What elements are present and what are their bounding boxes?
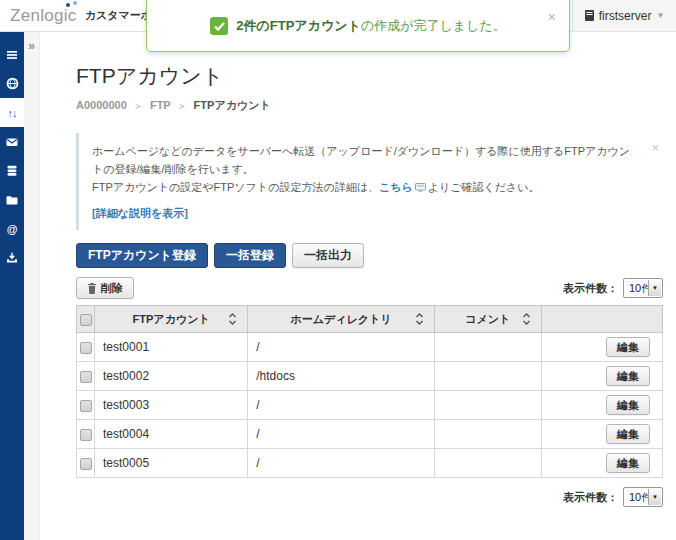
row-checkbox[interactable] xyxy=(80,400,92,412)
table-header-row: FTPアカウント ホームディレクトリ コメント xyxy=(77,306,663,333)
breadcrumb-current: FTPアカウント xyxy=(194,99,271,111)
cell-home-directory: /htdocs xyxy=(248,362,434,391)
detail-toggle-link[interactable]: [詳細な説明を表示] xyxy=(92,206,188,221)
edit-button[interactable]: 編集 xyxy=(606,366,650,386)
column-header-label: FTPアカウント xyxy=(133,313,210,325)
transfer-arrows-icon: ↑↓ xyxy=(8,107,17,119)
account-name: firstserver xyxy=(599,9,652,23)
select-arrow-icon: ▼ xyxy=(648,489,661,505)
at-icon: @ xyxy=(7,223,18,235)
cell-comment xyxy=(434,333,541,362)
app-window: Zenlogic カスタマーポータル firstserver ▼ 2件のFTPア… xyxy=(0,0,676,540)
edit-button[interactable]: 編集 xyxy=(606,424,650,444)
folder-icon xyxy=(6,194,18,206)
external-link-icon xyxy=(415,183,426,192)
success-toast: 2件のFTPアカウントの作成が完了しました。 × xyxy=(146,0,570,52)
select-arrow-icon: ▼ xyxy=(648,280,661,296)
table-row: test0001 / 編集 xyxy=(77,333,663,362)
info-line-1: ホームページなどのデータをサーバーへ転送（アップロード/ダウンロード）する際に使… xyxy=(92,142,633,178)
cell-home-directory: / xyxy=(248,449,434,478)
table-row: test0003 / 編集 xyxy=(77,391,663,420)
account-menu[interactable]: firstserver ▼ xyxy=(572,0,676,31)
sidebar-item-install[interactable] xyxy=(0,243,24,272)
delete-button[interactable]: 削除 xyxy=(76,277,134,299)
bulk-export-button[interactable]: 一括出力 xyxy=(292,243,364,268)
expand-sidebar-icon[interactable]: » xyxy=(28,39,35,53)
toast-message-highlight: 2件のFTPアカウント xyxy=(236,18,361,33)
breadcrumb-account-link[interactable]: A0000000 xyxy=(76,99,127,111)
cell-account: test0001 xyxy=(95,333,248,362)
trash-icon xyxy=(87,283,97,294)
display-count-label: 表示件数： xyxy=(563,490,618,505)
sidebar-item-database[interactable] xyxy=(0,156,24,185)
zenlogic-logo[interactable]: Zenlogic xyxy=(10,6,77,26)
breadcrumb-ftp-link[interactable]: FTP xyxy=(150,99,171,111)
column-header-comment[interactable]: コメント xyxy=(434,306,541,333)
toast-message: 2件のFTPアカウントの作成が完了しました。 xyxy=(236,17,505,35)
delete-button-label: 削除 xyxy=(101,282,123,294)
column-header-actions xyxy=(541,306,662,333)
sort-icon[interactable] xyxy=(522,312,531,326)
cell-comment xyxy=(434,449,541,478)
cell-comment xyxy=(434,420,541,449)
here-link[interactable]: こちら xyxy=(379,181,413,193)
cell-account: test0004 xyxy=(95,420,248,449)
info-box: ホームページなどのデータをサーバーへ転送（アップロード/ダウンロード）する際に使… xyxy=(76,133,663,230)
info-line-2-suffix: よりご確認ください。 xyxy=(428,181,540,193)
table-row: test0005 / 編集 xyxy=(77,449,663,478)
sidebar-item-menu[interactable] xyxy=(0,40,24,69)
info-close-icon[interactable]: × xyxy=(651,141,659,154)
ftp-accounts-table: FTPアカウント ホームディレクトリ コメント xyxy=(76,305,663,478)
info-line-2-prefix: FTPアカウントの設定やFTPソフトの設定方法の詳細は、 xyxy=(92,181,379,193)
sidebar: ↑↓ @ xyxy=(0,32,24,540)
table-controls-row: 削除 表示件数： 10件 ▼ xyxy=(76,277,663,299)
logo-dot-icon xyxy=(73,1,77,5)
envelope-icon xyxy=(6,136,18,148)
ftp-register-button[interactable]: FTPアカウント登録 xyxy=(76,243,208,268)
column-header-account[interactable]: FTPアカウント xyxy=(95,306,248,333)
main-content: FTPアカウント A0000000 ＞ FTP ＞ FTPアカウント ホームペー… xyxy=(40,32,676,540)
sort-icon[interactable] xyxy=(228,312,237,326)
logo-text: Zenlogic xyxy=(10,6,77,25)
display-count-label: 表示件数： xyxy=(563,281,618,296)
column-header-label: コメント xyxy=(465,313,510,325)
sidebar-item-ftp-transfer[interactable]: ↑↓ xyxy=(0,98,24,127)
display-count-bottom: 表示件数： 10件 ▼ xyxy=(76,487,663,507)
sidebar-item-mail[interactable] xyxy=(0,127,24,156)
sidebar-item-domain[interactable]: @ xyxy=(0,214,24,243)
cell-account: test0002 xyxy=(95,362,248,391)
sort-icon[interactable] xyxy=(415,312,424,326)
display-count-top: 表示件数： 10件 ▼ xyxy=(563,278,663,298)
globe-icon xyxy=(6,77,19,90)
select-all-checkbox[interactable] xyxy=(80,314,92,326)
edit-button[interactable]: 編集 xyxy=(606,337,650,357)
cell-comment xyxy=(434,362,541,391)
sidebar-item-web[interactable] xyxy=(0,69,24,98)
toast-close-icon[interactable]: × xyxy=(548,10,556,24)
cell-home-directory: / xyxy=(248,391,434,420)
bulk-register-button[interactable]: 一括登録 xyxy=(214,243,286,268)
edit-button[interactable]: 編集 xyxy=(606,395,650,415)
success-check-icon xyxy=(210,17,228,35)
row-checkbox[interactable] xyxy=(80,458,92,470)
sidebar-item-files[interactable] xyxy=(0,185,24,214)
row-checkbox[interactable] xyxy=(80,429,92,441)
toolbar: FTPアカウント登録 一括登録 一括出力 xyxy=(76,243,663,268)
cell-home-directory: / xyxy=(248,420,434,449)
row-checkbox[interactable] xyxy=(80,342,92,354)
cell-comment xyxy=(434,391,541,420)
edit-button[interactable]: 編集 xyxy=(606,453,650,473)
column-header-home-directory[interactable]: ホームディレクトリ xyxy=(248,306,434,333)
caret-down-icon: ▼ xyxy=(656,11,664,20)
display-count-select[interactable]: 10件 ▼ xyxy=(623,278,663,298)
breadcrumb: A0000000 ＞ FTP ＞ FTPアカウント xyxy=(76,98,663,113)
menu-list-icon xyxy=(6,49,18,61)
table-row: test0004 / 編集 xyxy=(77,420,663,449)
database-icon xyxy=(6,165,18,177)
display-count-select[interactable]: 10件 ▼ xyxy=(623,487,663,507)
breadcrumb-separator: ＞ xyxy=(134,101,143,111)
breadcrumb-separator: ＞ xyxy=(178,101,187,111)
row-checkbox[interactable] xyxy=(80,371,92,383)
page-title: FTPアカウント xyxy=(76,62,663,90)
cell-account: test0003 xyxy=(95,391,248,420)
